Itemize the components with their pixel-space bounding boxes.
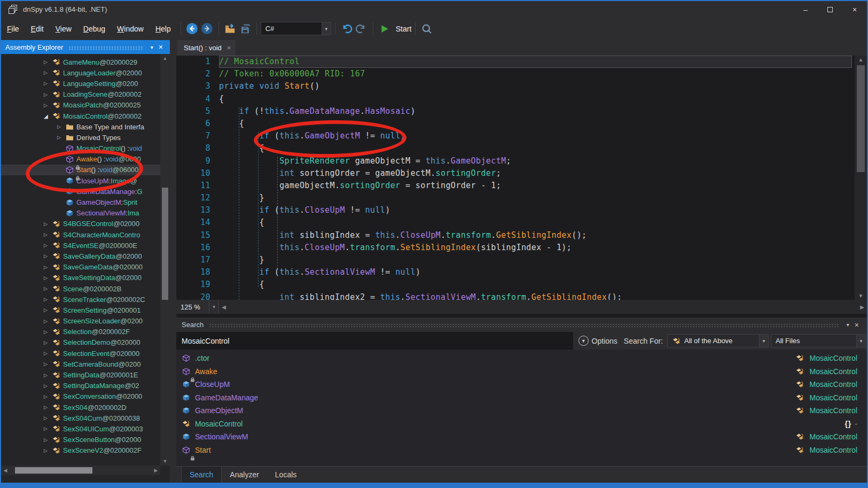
expander-collapsed-icon[interactable]: ▷ — [44, 394, 52, 399]
code-editor[interactable]: 1// MosaicControl2// Token: 0x060000A7 R… — [176, 56, 867, 300]
options-chevron-icon[interactable]: ▼ — [578, 336, 589, 346]
start-label[interactable]: Start — [396, 25, 412, 33]
search-for-combobox[interactable]: All of the Above ▾ — [667, 334, 769, 347]
search-result-row[interactable]: AwakeMosaicControl — [176, 365, 867, 378]
code-line[interactable]: 10 int sortingOrder = gameObjectM.sortin… — [176, 167, 867, 180]
expander-collapsed-icon[interactable]: ▷ — [44, 243, 52, 248]
expander-collapsed-icon[interactable]: ▷ — [44, 448, 52, 453]
tree-item[interactable]: ▷Derived Types — [1, 132, 160, 143]
tree-item[interactable]: ▷SettingDataManage @02 — [1, 381, 160, 391]
navigate-forward-button[interactable] — [200, 21, 215, 36]
files-combobox[interactable]: All Files ▾ — [771, 334, 866, 347]
menu-help[interactable]: Help — [150, 21, 177, 36]
scroll-up-icon[interactable]: ▲ — [160, 54, 170, 63]
tree-item[interactable]: ▷S4BGSEControl @02000 — [1, 219, 160, 229]
maximize-button[interactable] — [818, 1, 842, 18]
expander-collapsed-icon[interactable]: ▷ — [44, 319, 52, 324]
code-line[interactable]: 5 if (!this.GameDataManage.HasMosaic) — [176, 105, 867, 118]
result-owner[interactable]: MosaicControl — [795, 380, 867, 389]
expander-collapsed-icon[interactable]: ▷ — [44, 307, 52, 313]
expander-collapsed-icon[interactable]: ▷ — [44, 286, 52, 291]
menu-debug[interactable]: Debug — [77, 21, 111, 36]
expander-collapsed-icon[interactable]: ▷ — [44, 426, 52, 431]
tree-item[interactable]: ▷Selection @0200002F — [1, 327, 160, 337]
search-input[interactable] — [176, 332, 573, 350]
minimize-button[interactable]: – — [793, 1, 818, 18]
tab-close-icon[interactable]: × — [227, 44, 231, 52]
panel-menu-icon[interactable]: ▾ — [148, 44, 156, 50]
scroll-left-icon[interactable]: ◀ — [219, 300, 229, 314]
editor-horizontal-scrollbar[interactable]: ◀ ▶ — [219, 300, 867, 314]
language-combobox[interactable]: C# ▾ — [261, 22, 331, 35]
scroll-right-icon[interactable]: ▶ — [857, 300, 867, 314]
expander-collapsed-icon[interactable]: ▷ — [44, 70, 52, 75]
result-owner[interactable]: MosaicControl — [795, 367, 867, 376]
tree-item[interactable]: ▷SaveGalleryData @02000 — [1, 251, 160, 261]
code-line[interactable]: 11 gameObjectM.sortingOrder = sortingOrd… — [176, 180, 867, 192]
expander-collapsed-icon[interactable]: ▷ — [57, 135, 65, 140]
expander-collapsed-icon[interactable]: ▷ — [44, 275, 52, 281]
start-debug-button[interactable] — [377, 21, 392, 36]
close-button[interactable]: × — [842, 1, 867, 18]
code-line[interactable]: 12 } — [176, 192, 867, 204]
tree-item[interactable]: ▷SelectionEvent @020000 — [1, 348, 160, 359]
result-owner[interactable]: MosaicControl — [795, 354, 867, 362]
expander-collapsed-icon[interactable]: ▷ — [44, 92, 52, 97]
tree-horizontal-scrollbar[interactable]: ◀ ▶ — [1, 466, 160, 475]
panel-menu-icon[interactable]: ▾ — [844, 322, 852, 328]
tree-item[interactable]: ◢MosaicControl @0200002 — [1, 111, 160, 121]
expander-collapsed-icon[interactable]: ▷ — [57, 124, 65, 129]
tree-item[interactable]: ▷SaveSettingData @02000 — [1, 273, 160, 283]
result-owner[interactable]: MosaicControl — [795, 446, 867, 454]
editor-vertical-scrollbar[interactable]: ▲ ▼ — [855, 56, 867, 300]
tree-item[interactable]: MosaicControl() : void — [1, 143, 160, 154]
tree-item[interactable]: ▷GameMenu @02000029 — [1, 57, 160, 67]
code-line[interactable]: 16 this.CloseUpM.transform.SetSiblingInd… — [176, 242, 867, 254]
code-line[interactable]: 4{ — [176, 93, 867, 105]
tree-item[interactable]: ▷SexConversation @02000 — [1, 391, 160, 402]
scroll-left-icon[interactable]: ◀ — [1, 466, 10, 475]
tree-item[interactable]: ▷SceneTracker @0200002C — [1, 294, 160, 305]
panel-close-icon[interactable]: × — [852, 321, 862, 329]
tree-item[interactable]: ▷SaveGameData @020000 — [1, 262, 160, 273]
scroll-down-icon[interactable]: ▼ — [160, 457, 170, 466]
expander-collapsed-icon[interactable]: ▷ — [44, 81, 52, 86]
result-owner[interactable]: {}- — [840, 420, 867, 428]
expander-collapsed-icon[interactable]: ▷ — [44, 253, 52, 259]
search-result-row[interactable]: .ctorMosaicControl — [176, 352, 867, 365]
scroll-up-icon[interactable]: ▲ — [855, 57, 867, 63]
chevron-down-icon[interactable]: ▾ — [856, 335, 865, 347]
menu-file[interactable]: File — [1, 21, 25, 36]
tree-item[interactable]: ▷ScreenSizeLoader @0200 — [1, 316, 160, 327]
result-owner[interactable]: MosaicControl — [795, 393, 867, 402]
panel-close-icon[interactable]: × — [156, 43, 166, 51]
bottom-tab-analyzer[interactable]: Analyzer — [222, 467, 267, 483]
code-line[interactable]: 15 int siblingIndex = this.CloseUpM.tran… — [176, 229, 867, 242]
tree-hscroll-thumb[interactable] — [15, 467, 92, 474]
code-line[interactable]: 17 } — [176, 254, 867, 266]
code-line[interactable]: 13 if (this.CloseUpM != null) — [176, 204, 867, 216]
code-line[interactable]: 1// MosaicControl — [176, 56, 867, 68]
search-result-row[interactable]: SectionalViewMMosaicControl — [176, 430, 867, 444]
chevron-down-icon[interactable]: ▾ — [759, 335, 768, 347]
tree-vertical-scrollbar[interactable]: ▲ ▼ — [160, 54, 170, 466]
bottom-tab-locals[interactable]: Locals — [267, 467, 304, 483]
tree-item[interactable]: ▷SexSceneButton @02000 — [1, 435, 160, 445]
expander-collapsed-icon[interactable]: ▷ — [44, 265, 52, 270]
tree-item[interactable]: ▷SexSceneV2 @0200002F — [1, 445, 160, 456]
search-result-row[interactable]: GameObjectMMosaicControl — [176, 404, 867, 417]
scroll-down-icon[interactable]: ▼ — [855, 293, 867, 299]
tree-item[interactable]: ▷SettingData @0200001E — [1, 369, 160, 380]
tree-item[interactable]: ▷SexS04Cum @02000038 — [1, 413, 160, 423]
expander-collapsed-icon[interactable]: ▷ — [44, 437, 52, 443]
expander-collapsed-icon[interactable]: ▷ — [44, 415, 52, 421]
tree-item[interactable]: ▷LanguageSetting @0200 — [1, 78, 160, 89]
expander-expanded-icon[interactable]: ◢ — [44, 113, 52, 119]
tree-item[interactable]: ▷ScreenSetting @0200001 — [1, 305, 160, 315]
expander-collapsed-icon[interactable]: ▷ — [44, 340, 52, 345]
document-tab[interactable]: Start() : void × — [177, 40, 236, 56]
save-all-button[interactable] — [238, 21, 253, 36]
tree-item[interactable]: ▷SelectionDemo @020000 — [1, 337, 160, 348]
undo-button[interactable] — [339, 21, 354, 36]
tree-item[interactable]: GameDataManage : G — [1, 186, 160, 197]
